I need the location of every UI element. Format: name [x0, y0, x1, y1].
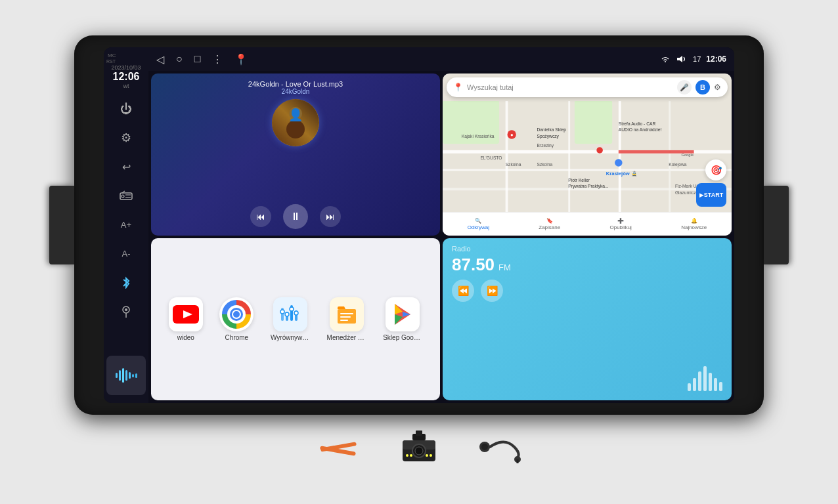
sidebar-time: 12:06 [106, 71, 146, 83]
radio-wave [688, 365, 722, 391]
sidebar-icon-settings[interactable]: ⚙ [112, 123, 141, 152]
maps-nav-icon[interactable]: 📍 [234, 53, 248, 66]
svg-rect-67 [340, 320, 348, 321]
svg-text:Danielka Sklep: Danielka Sklep [537, 127, 566, 133]
map-start-label: START [704, 192, 723, 198]
music-artist: 24kGoldn [158, 88, 433, 95]
play-pause-button[interactable]: ⏸ [283, 204, 308, 229]
svg-point-62 [290, 307, 294, 311]
app-label-equalizer: Wyrównywa... [271, 334, 310, 341]
map-nav-latest[interactable]: 🔔 Najnowsze [681, 218, 707, 230]
app-item-file-manager[interactable]: Menedżer P... [327, 297, 366, 341]
map-avatar: B [695, 80, 710, 94]
map-nav-explore[interactable]: 🔍 Odkrywaj [468, 218, 489, 230]
home-nav-icon[interactable]: ○ [176, 53, 183, 65]
top-bar: ◁ ○ □ ⋮ 📍 [148, 47, 734, 71]
map-location-button[interactable]: 🎯 [705, 159, 726, 180]
app-label-chrome: Chrome [225, 334, 249, 341]
sidebar-icon-back[interactable]: ↩ [112, 152, 141, 181]
music-card: 24kGoldn - Love Or Lust.mp3 24kGoldn 👤 [151, 74, 440, 236]
svg-text:Prywatna Praktyka...: Prywatna Praktyka... [568, 184, 608, 189]
music-title: 24kGoldn - Love Or Lust.mp3 [158, 80, 433, 88]
music-controls: ⏮ ⏸ ⏭ [158, 204, 433, 229]
next-button[interactable]: ⏭ [320, 206, 341, 227]
svg-text:Spożywczy: Spożywczy [537, 134, 559, 139]
svg-point-32 [596, 147, 603, 154]
svg-rect-14 [135, 373, 137, 378]
audio-cable [472, 430, 524, 463]
svg-text:Google: Google [681, 154, 693, 158]
svg-rect-66 [340, 316, 351, 318]
sidebar-day: wt [106, 83, 146, 89]
svg-text:Szkolna: Szkolna [506, 162, 521, 167]
grid-area: 24kGoldn - Love Or Lust.mp3 24kGoldn 👤 [148, 71, 734, 403]
map-nav-saved[interactable]: 🔖 Zapisane [539, 218, 560, 230]
svg-rect-12 [129, 372, 131, 379]
volume-icon [676, 55, 688, 63]
svg-rect-13 [132, 374, 134, 377]
clock: 12:06 [706, 54, 726, 64]
nav-icons: ◁ ○ □ ⋮ 📍 [156, 53, 650, 66]
apps-card: wideo [151, 238, 440, 400]
sidebar-icon-bluetooth[interactable] [112, 268, 141, 297]
bracket-left [49, 186, 74, 264]
car-frame: MC RST 2023/10/03 12:06 wt ⏻ ⚙ ↩ [74, 35, 764, 415]
recent-nav-icon[interactable]: □ [194, 53, 201, 65]
status-bar: 17 12:06 [660, 54, 726, 64]
sidebar-icon-vol-down[interactable]: A- [112, 239, 141, 268]
svg-rect-83 [416, 430, 422, 436]
sidebar-bottom [104, 353, 148, 398]
radio-label: Radio [452, 245, 722, 253]
sidebar-icon-location[interactable] [112, 297, 141, 326]
svg-point-17 [286, 120, 305, 138]
svg-text:EL'GUSTO: EL'GUSTO [480, 156, 502, 160]
app-item-play-store[interactable]: Sklep Googl... [383, 297, 422, 341]
back-nav-icon[interactable]: ◁ [156, 53, 164, 66]
svg-rect-65 [340, 313, 353, 314]
svg-text:AUDIO na Androidzie!: AUDIO na Androidzie! [619, 127, 662, 132]
radio-band: FM [498, 262, 511, 272]
svg-point-61 [285, 312, 289, 316]
album-art-inner: 👤 [272, 99, 319, 146]
svg-point-6 [125, 308, 127, 311]
map-mic-button[interactable]: 🎤 [677, 80, 692, 94]
map-settings-icon[interactable]: ⚙ [714, 83, 721, 92]
prev-button[interactable]: ⏮ [250, 206, 271, 227]
app-item-equalizer[interactable]: Wyrównywa... [271, 297, 310, 341]
svg-point-1 [121, 195, 124, 198]
svg-point-78 [406, 454, 408, 457]
svg-point-79 [410, 454, 412, 457]
svg-rect-24 [568, 101, 570, 212]
sidebar-icon-radio[interactable] [112, 181, 141, 210]
map-card: 📍 Wyszukaj tutaj 🎤 B ⚙ [443, 74, 732, 236]
radio-card: Radio 87.50 FM ⏪ ⏩ [443, 238, 732, 400]
svg-point-77 [415, 447, 423, 455]
map-search-bar[interactable]: 📍 Wyszukaj tutaj 🎤 B ⚙ [447, 77, 728, 97]
svg-text:Piotr Keller: Piotr Keller [568, 178, 590, 182]
svg-point-60 [280, 310, 284, 314]
radio-forward-button[interactable]: ⏩ [481, 280, 503, 302]
svg-rect-25 [619, 101, 621, 212]
sidebar-icon-power[interactable]: ⏻ [112, 94, 141, 123]
voice-button[interactable] [106, 356, 146, 395]
svg-rect-11 [125, 370, 127, 381]
menu-nav-icon[interactable]: ⋮ [212, 53, 223, 66]
app-label-wideo: wideo [177, 334, 194, 341]
radio-rewind-button[interactable]: ⏪ [452, 280, 474, 302]
sidebar: MC RST 2023/10/03 12:06 wt ⏻ ⚙ ↩ [104, 47, 148, 403]
svg-rect-10 [122, 368, 124, 383]
radio-frequency: 87.50 [452, 255, 495, 274]
map-nav-publish[interactable]: ➕ Opublikuj [610, 218, 632, 230]
svg-text:Brzeziny: Brzeziny [537, 143, 554, 148]
svg-rect-9 [119, 370, 121, 381]
sidebar-icons: ⏻ ⚙ ↩ A+ A- [112, 94, 141, 326]
album-art: 👤 [272, 99, 319, 146]
sidebar-icon-vol-up[interactable]: A+ [112, 210, 141, 239]
app-label-play-store: Sklep Googl... [383, 334, 422, 341]
accessories [314, 425, 524, 469]
app-item-chrome[interactable]: Chrome [219, 297, 254, 341]
app-item-wideo[interactable]: wideo [169, 297, 203, 341]
map-start-button[interactable]: ▶ START [696, 183, 726, 207]
svg-text:Szkolna: Szkolna [537, 162, 552, 167]
svg-point-33 [615, 159, 622, 166]
